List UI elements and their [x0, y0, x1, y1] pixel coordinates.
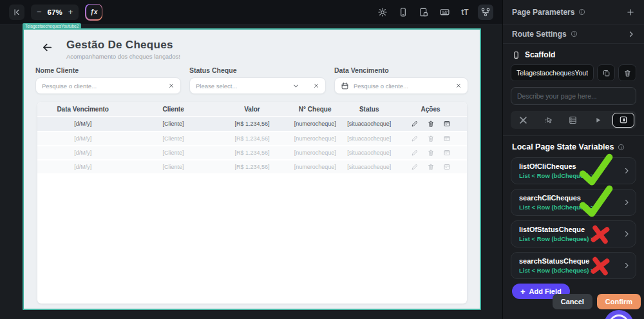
table-row[interactable]: [d/M/y][Cliente][R$ 1.234,56][numerocheq…	[37, 131, 467, 145]
tab-play-icon[interactable]	[585, 111, 611, 129]
nome-cliente-input[interactable]: Pesquise o cliente...	[35, 77, 181, 94]
page-description-input[interactable]	[511, 87, 636, 105]
back-arrow-icon[interactable]	[42, 40, 56, 54]
table-cell: [numerocheque]	[286, 164, 344, 170]
editor-workspace: − 67% + ƒx tT TelagestaochequesYoutube2	[0, 0, 502, 319]
add-parameter-icon[interactable]	[626, 8, 635, 17]
variable-name: listOfCliCheques	[519, 162, 616, 170]
tablet-preview-icon[interactable]	[416, 5, 431, 20]
table-cell: [situacaocheque]	[344, 135, 394, 142]
tab-properties-panel-icon[interactable]	[611, 111, 636, 129]
page-subtitle: Acompanhamento dos cheques lançados!	[66, 53, 180, 60]
cheques-table: Data Vencimento Cliente Valor N° Cheque …	[37, 102, 467, 304]
page-name-input[interactable]	[511, 64, 594, 81]
panel-footer: Cancel Confirm	[553, 294, 641, 309]
table-header: Data Vencimento Cliente Valor N° Cheque …	[37, 102, 467, 116]
table-row[interactable]: [d/M/y][Cliente][R$ 1.234,56][numerocheq…	[37, 159, 467, 173]
row-actions	[394, 163, 467, 171]
column-header: Ações	[394, 106, 467, 113]
filter-label: Status Cheque	[189, 66, 326, 74]
tab-actions-cursor-icon[interactable]	[536, 111, 561, 129]
info-icon[interactable]	[571, 30, 578, 37]
edit-icon[interactable]	[411, 149, 419, 157]
table-cell: [Cliente]	[128, 121, 218, 127]
table-cell: [situacaocheque]	[344, 150, 394, 156]
table-cell: [R$ 1.234,56]	[218, 150, 286, 156]
table-cell: [numerocheque]	[286, 121, 344, 127]
details-icon[interactable]	[443, 135, 451, 142]
variables-fx-button[interactable]: ƒx	[85, 4, 102, 21]
variable-type: List < Row (bdCheques) >	[519, 172, 616, 179]
scaffold-section: Scaffold	[503, 44, 644, 136]
text-scale-icon[interactable]: tT	[457, 5, 473, 20]
table-cell: [R$ 1.234,56]	[218, 121, 286, 127]
collapse-sidebar-button[interactable]	[9, 5, 24, 20]
variable-name: listOfStatusCheque	[519, 226, 616, 233]
table-cell: [d/M/y]	[37, 150, 128, 156]
tab-database-icon[interactable]	[561, 111, 586, 129]
state-variables-list: listOfCliChequesList < Row (bdCheques) >…	[511, 157, 636, 279]
table-cell: [numerocheque]	[286, 135, 344, 142]
column-header: N° Cheque	[286, 106, 344, 113]
row-actions	[394, 135, 467, 142]
delete-icon[interactable]	[427, 135, 435, 142]
page-header: Gestão De Cheques Acompanhamento dos che…	[24, 30, 480, 60]
chevron-right-icon[interactable]	[623, 230, 630, 238]
filter-label: Nome Cliente	[35, 66, 181, 74]
table-cell: [d/M/y]	[37, 164, 128, 170]
info-icon[interactable]	[578, 8, 585, 15]
widget-tree-icon[interactable]	[478, 5, 493, 20]
delete-icon[interactable]	[427, 120, 435, 128]
help-fab[interactable]	[604, 310, 634, 319]
clear-icon[interactable]	[168, 82, 175, 89]
filter-status-cheque: Status Cheque Please select...	[189, 66, 326, 94]
zoom-in-button[interactable]: +	[68, 8, 73, 16]
clear-icon[interactable]	[313, 82, 319, 89]
state-variable-card[interactable]: listOfCliChequesList < Row (bdCheques) >	[511, 157, 636, 184]
table-cell: [d/M/y]	[37, 135, 128, 142]
table-cell: [R$ 1.234,56]	[218, 164, 286, 170]
valid-check-icon	[578, 184, 615, 220]
table-body: [d/M/y][Cliente][R$ 1.234,56][numerocheq…	[37, 116, 467, 173]
brightness-toggle-icon[interactable]	[375, 5, 390, 20]
variable-name: searchCliCheques	[519, 194, 616, 202]
keyboard-toggle-icon[interactable]	[437, 5, 452, 20]
filter-label: Data Vencimento	[334, 66, 468, 74]
page-canvas[interactable]: TelagestaochequesYoutube2 Gestão De Cheq…	[23, 28, 481, 310]
calendar-icon	[341, 82, 349, 90]
delete-icon[interactable]	[427, 149, 435, 157]
selected-widget-tag: TelagestaochequesYoutube2	[23, 23, 81, 29]
status-cheque-select[interactable]: Please select...	[189, 77, 326, 94]
tab-design-tools-icon[interactable]	[511, 111, 536, 129]
info-icon[interactable]	[618, 144, 625, 151]
chevron-down-icon	[292, 82, 299, 90]
table-row[interactable]: [d/M/y][Cliente][R$ 1.234,56][numerocheq…	[37, 145, 467, 159]
clear-icon[interactable]	[455, 82, 462, 89]
table-row[interactable]: [d/M/y][Cliente][R$ 1.234,56][numerocheq…	[37, 117, 467, 131]
details-icon[interactable]	[443, 149, 451, 157]
details-icon[interactable]	[443, 120, 451, 128]
state-variable-card[interactable]: listOfStatusChequeList < Row (bdCheques)…	[511, 220, 636, 247]
edit-icon[interactable]	[411, 120, 419, 128]
edit-icon[interactable]	[411, 135, 419, 142]
state-variables-title: Local Page State Variables	[512, 142, 614, 151]
zoom-control: − 67% +	[31, 5, 79, 20]
edit-icon[interactable]	[411, 163, 419, 171]
route-settings-section[interactable]: Route Settings	[503, 24, 644, 44]
confirm-button[interactable]: Confirm	[597, 294, 641, 309]
state-variable-card[interactable]: searchStatusChequeList < Row (bdCheques)…	[511, 252, 636, 279]
phone-preview-icon[interactable]	[395, 5, 411, 20]
chevron-right-icon[interactable]	[623, 262, 630, 269]
zoom-out-button[interactable]: −	[37, 8, 42, 16]
cancel-button[interactable]: Cancel	[553, 294, 592, 309]
state-variable-card[interactable]: searchCliChequesList < Row (bdCheques) >	[511, 189, 636, 216]
copy-icon[interactable]	[597, 64, 615, 81]
delete-icon[interactable]	[427, 163, 435, 171]
properties-panel: Page Parameters Route Settings Scaffold	[502, 0, 644, 319]
trash-icon[interactable]	[618, 64, 636, 81]
valid-check-icon	[578, 153, 615, 188]
data-vencimento-input[interactable]: Pesquise o cliente...	[334, 77, 468, 94]
details-icon[interactable]	[443, 163, 451, 171]
chevron-right-icon[interactable]	[623, 198, 630, 206]
chevron-right-icon[interactable]	[623, 167, 630, 175]
